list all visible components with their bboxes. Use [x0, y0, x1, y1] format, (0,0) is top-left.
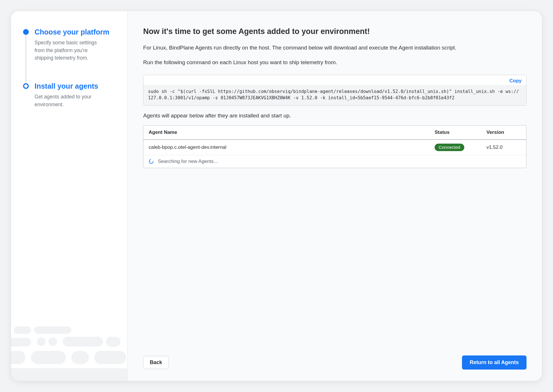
copy-button[interactable]: Copy — [510, 78, 522, 84]
footer-actions: Back Return to all Agents — [143, 344, 527, 370]
table-row[interactable]: caleb-bpop.c.otel-agent-dev.internal Con… — [143, 140, 526, 155]
install-command-box: Copy sudo sh -c "$(curl -fsSlL https://g… — [143, 75, 527, 106]
agent-name: caleb-bpop.c.otel-agent-dev.internal — [149, 144, 435, 150]
appear-note: Agents will appear below after they are … — [143, 113, 527, 119]
main-panel: Now it's time to get some Agents added t… — [128, 11, 542, 381]
sidebar: Choose your platform Specify some basic … — [11, 11, 128, 381]
spinner-icon — [149, 159, 154, 164]
table-header-row: Agent Name Status Version — [143, 125, 526, 140]
intro-text: For Linux, BindPlane Agents run directly… — [143, 43, 527, 52]
step-install-agents[interactable]: Install your agents Get agents added to … — [23, 82, 119, 108]
svg-point-0 — [149, 159, 153, 163]
col-header-version: Version — [486, 130, 521, 135]
wizard-dialog: Choose your platform Specify some basic … — [11, 11, 542, 381]
step-description: Get agents added to your environment. — [35, 93, 104, 108]
return-to-agents-button[interactable]: Return to all Agents — [462, 355, 527, 370]
searching-text: Searching for new Agents... — [158, 159, 218, 164]
step-list: Choose your platform Specify some basic … — [23, 28, 119, 108]
col-header-name: Agent Name — [149, 130, 435, 135]
back-button[interactable]: Back — [143, 356, 169, 369]
step-title: Install your agents — [35, 82, 104, 91]
agents-table: Agent Name Status Version caleb-bpop.c.o… — [143, 125, 527, 168]
step-title: Choose your platform — [35, 28, 109, 37]
install-command[interactable]: sudo sh -c "$(curl -fsSlL https://github… — [143, 85, 526, 105]
step-choose-platform[interactable]: Choose your platform Specify some basic … — [23, 28, 119, 82]
decorative-blobs — [11, 324, 128, 381]
step-description: Specify some basic settings from the pla… — [35, 39, 104, 62]
searching-row: Searching for new Agents... — [143, 155, 526, 168]
run-prompt-text: Run the following command on each Linux … — [143, 58, 527, 66]
step-marker-active-icon — [23, 83, 29, 89]
agent-version: v1.52.0 — [486, 144, 521, 150]
status-badge: Connected — [435, 144, 464, 151]
step-connector — [26, 34, 26, 83]
page-heading: Now it's time to get some Agents added t… — [143, 27, 527, 36]
step-marker-done-icon — [23, 29, 29, 35]
col-header-status: Status — [435, 130, 486, 135]
